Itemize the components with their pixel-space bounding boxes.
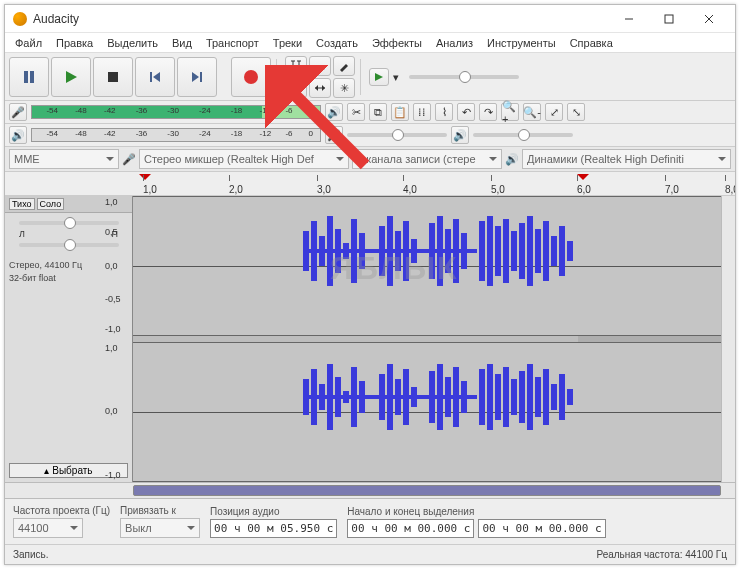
menu-tracks[interactable]: Треки — [267, 35, 308, 51]
svg-rect-51 — [503, 219, 509, 283]
stop-button[interactable] — [93, 57, 133, 97]
audio-position-field[interactable]: 00 ч 00 м 05.950 с — [210, 519, 337, 538]
draw-tool[interactable] — [333, 56, 355, 76]
record-button[interactable] — [231, 57, 271, 97]
transport-toolbar: ✳ ▾ — [5, 53, 735, 101]
svg-rect-41 — [419, 249, 427, 253]
zoom-fit-sel-button[interactable]: ⤢ — [545, 103, 563, 121]
solo-button[interactable]: Соло — [37, 198, 65, 210]
waveform-left — [303, 211, 583, 291]
timeshift-tool[interactable] — [309, 78, 331, 98]
zoom-in-button[interactable]: 🔍+ — [501, 103, 519, 121]
meter-toolbar: 🎤 -54 -48 -42 -36 -30 -24 -18 -12 -6 0 🔊… — [5, 101, 735, 124]
menu-view[interactable]: Вид — [166, 35, 198, 51]
svg-rect-31 — [335, 229, 341, 273]
meter-tick: 0 — [308, 106, 312, 118]
menu-edit[interactable]: Правка — [50, 35, 99, 51]
svg-rect-27 — [303, 231, 309, 271]
selection-tool[interactable] — [285, 56, 307, 76]
status-left: Запись. — [13, 549, 49, 560]
envelope-tool[interactable] — [309, 56, 331, 76]
svg-rect-75 — [419, 395, 427, 399]
snap-combo[interactable]: Выкл — [120, 518, 200, 538]
paste-button[interactable]: 📋 — [391, 103, 409, 121]
mic-icon[interactable]: 🎤 — [325, 126, 343, 144]
pan-left-label: Л — [19, 229, 25, 239]
menu-select[interactable]: Выделить — [101, 35, 164, 51]
svg-rect-11 — [200, 72, 202, 82]
speaker-icon[interactable]: 🔊 — [451, 126, 469, 144]
timeline-ruler[interactable]: 1,0 2,0 3,0 4,0 5,0 6,0 7,0 8,0 — [5, 172, 735, 196]
menu-generate[interactable]: Создать — [310, 35, 364, 51]
selection-toolbar: Частота проекта (Гц) 44100 Привязать к В… — [5, 498, 735, 544]
pause-button[interactable] — [9, 57, 49, 97]
menu-effects[interactable]: Эффекты — [366, 35, 428, 51]
maximize-button[interactable] — [649, 5, 689, 33]
svg-rect-70 — [379, 374, 385, 420]
vertical-scrollbar[interactable] — [721, 196, 735, 482]
selection-start-field[interactable]: 00 ч 00 м 00.000 с — [347, 519, 474, 538]
skip-end-button[interactable] — [177, 57, 217, 97]
playback-speed-slider[interactable] — [409, 75, 519, 79]
cut-button[interactable]: ✂ — [347, 103, 365, 121]
project-rate-combo[interactable]: 44100 — [13, 518, 83, 538]
audio-host-combo[interactable]: MME — [9, 149, 119, 169]
app-window: Audacity Файл Правка Выделить Вид Трансп… — [4, 4, 736, 565]
menu-tools[interactable]: Инструменты — [481, 35, 562, 51]
minimize-button[interactable] — [609, 5, 649, 33]
silence-button[interactable]: ⌇ — [435, 103, 453, 121]
mic-icon: 🎤 — [122, 153, 136, 166]
svg-rect-85 — [503, 367, 509, 427]
device-toolbar: MME 🎤 Стерео микшер (Realtek High Def 2 … — [5, 147, 735, 172]
record-channels-combo[interactable]: 2 канала записи (стере — [352, 149, 502, 169]
statusbar: Запись. Реальная частота: 44100 Гц — [5, 544, 735, 564]
gain-slider[interactable] — [19, 221, 119, 225]
play-device-combo[interactable]: Динамики (Realtek High Definiti — [522, 149, 731, 169]
window-title: Audacity — [33, 12, 609, 26]
svg-rect-93 — [567, 389, 573, 405]
svg-rect-84 — [495, 374, 501, 420]
mute-button[interactable]: Тихо — [9, 198, 35, 210]
speaker-icon[interactable]: 🔊 — [9, 126, 27, 144]
copy-button[interactable]: ⧉ — [369, 103, 387, 121]
playback-meter[interactable]: -54 -48 -42 -36 -30 -24 -18 -12 -6 0 — [31, 128, 321, 142]
redo-button[interactable]: ↷ — [479, 103, 497, 121]
svg-rect-62 — [311, 369, 317, 425]
menu-transport[interactable]: Транспорт — [200, 35, 265, 51]
svg-rect-40 — [411, 239, 417, 263]
zoom-tool[interactable] — [285, 78, 307, 98]
pan-slider[interactable] — [19, 243, 119, 247]
menu-file[interactable]: Файл — [9, 35, 48, 51]
track-control-panel: Тихо Соло Л П Стерео, 44100 Гц 32-бит fl… — [5, 196, 133, 482]
undo-button[interactable]: ↶ — [457, 103, 475, 121]
zoom-fit-proj-button[interactable]: ⤡ — [567, 103, 585, 121]
meter-tick: -12 — [260, 106, 272, 118]
multi-tool[interactable]: ✳ — [333, 78, 355, 98]
menu-help[interactable]: Справка — [564, 35, 619, 51]
svg-rect-74 — [411, 387, 417, 407]
play-at-speed-button[interactable] — [369, 68, 389, 86]
mic-icon[interactable]: 🎤 — [9, 103, 27, 121]
skip-start-button[interactable] — [135, 57, 175, 97]
close-button[interactable] — [689, 5, 729, 33]
svg-rect-89 — [535, 377, 541, 417]
svg-rect-52 — [511, 231, 517, 271]
recording-meter[interactable]: -54 -48 -42 -36 -30 -24 -18 -12 -6 0 — [31, 105, 321, 119]
trim-button[interactable]: ⁞⁞ — [413, 103, 431, 121]
meter-tick: -24 — [199, 106, 211, 118]
zoom-out-button[interactable]: 🔍- — [523, 103, 541, 121]
playback-volume-slider[interactable] — [473, 133, 573, 137]
menu-analyze[interactable]: Анализ — [430, 35, 479, 51]
selection-end-field[interactable]: 00 ч 00 м 00.000 с — [478, 519, 605, 538]
svg-marker-23 — [322, 85, 325, 91]
play-button[interactable] — [51, 57, 91, 97]
svg-marker-6 — [66, 71, 77, 83]
chevron-down-icon[interactable]: ▾ — [393, 71, 405, 83]
record-device-combo[interactable]: Стерео микшер (Realtek High Def — [139, 149, 349, 169]
record-volume-slider[interactable] — [347, 133, 447, 137]
speaker-icon[interactable]: 🔊 — [325, 103, 343, 121]
menubar: Файл Правка Выделить Вид Транспорт Треки… — [5, 33, 735, 53]
svg-rect-44 — [445, 229, 451, 273]
horizontal-scrollbar[interactable] — [133, 485, 721, 496]
track-canvas[interactable]: 1,0 0,5 0,0 -0,5 -1,0 — [133, 196, 735, 482]
